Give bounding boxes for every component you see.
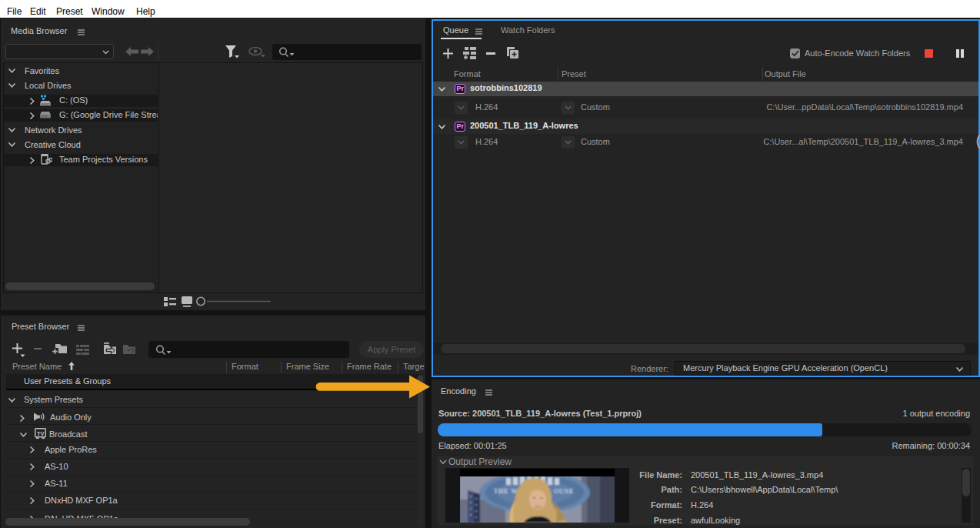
svg-text:TV: TV [37,430,45,437]
svg-text:THE W: THE W [494,487,518,495]
svg-text:OUSE: OUSE [554,487,574,495]
